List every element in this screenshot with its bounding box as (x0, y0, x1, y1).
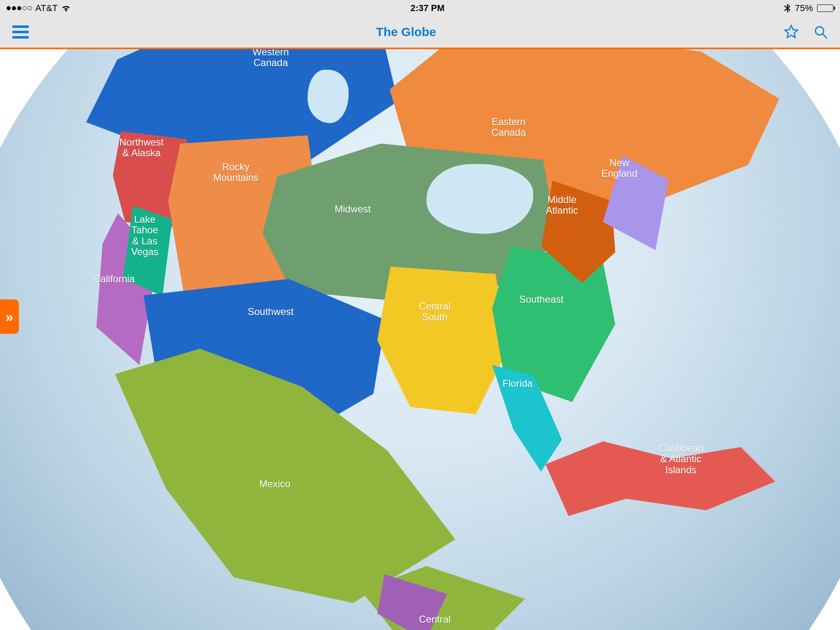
region-label-southwest: Southwest (248, 306, 294, 317)
lake (308, 70, 349, 123)
search-icon[interactable] (814, 25, 828, 39)
region-label-florida: Florida (502, 378, 532, 389)
carrier-label: AT&T (35, 3, 58, 14)
status-right: 75% (784, 3, 833, 14)
region-label-middle-atlantic: Middle Atlantic (546, 194, 578, 216)
region-label-california: California (93, 274, 135, 284)
battery-icon (817, 5, 833, 12)
side-expand-tab[interactable]: » (0, 299, 19, 334)
globe-area[interactable]: Western CanadaEastern CanadaNorthwest & … (0, 49, 840, 630)
status-left: AT&T (7, 3, 71, 14)
region-label-southeast: Southeast (519, 294, 564, 305)
page-title: The Globe (376, 25, 436, 39)
region-label-northwest-alaska: Northwest & Alaska (119, 137, 164, 159)
status-time: 2:37 PM (411, 3, 445, 14)
region-label-eastern-canada: Eastern Canada (491, 116, 526, 138)
region-label-central-america: Central (419, 614, 450, 625)
svg-line-4 (822, 34, 826, 38)
region-label-lake-tahoe-vegas: Lake Tahoe & Las Vegas (131, 214, 159, 258)
region-label-new-england: New England (601, 158, 637, 179)
battery-pct: 75% (795, 3, 813, 14)
region-label-central-south: Central South (419, 301, 450, 323)
wifi-icon (61, 4, 71, 12)
star-icon[interactable] (783, 24, 799, 40)
lake (427, 164, 533, 234)
nav-bar: The Globe (0, 16, 840, 49)
status-bar: AT&T 2:37 PM 75% (0, 0, 840, 16)
svg-rect-2 (12, 36, 29, 39)
region-label-mexico: Mexico (259, 479, 290, 489)
menu-icon[interactable] (12, 25, 29, 39)
region-label-rocky-mountains: Rocky Mountains (213, 162, 259, 183)
svg-rect-1 (12, 31, 29, 33)
region-label-midwest: Midwest (335, 204, 371, 215)
bluetooth-icon (784, 3, 791, 13)
region-label-western-canada: Western Canada (253, 49, 289, 68)
signal-dots (7, 6, 32, 10)
region-label-caribbean: Caribbean & Atlantic Islands (658, 443, 704, 475)
svg-rect-0 (12, 25, 29, 28)
